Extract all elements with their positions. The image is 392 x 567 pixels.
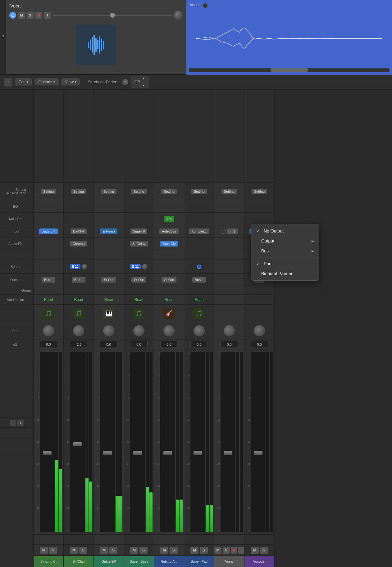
ch6-input[interactable]: Komplet... (189, 228, 209, 234)
ch3-pan[interactable] (103, 325, 114, 336)
ch3-db[interactable] (100, 341, 117, 348)
edit-menu[interactable]: Edit ▾ (15, 78, 32, 85)
ch6-fader-track[interactable] (190, 352, 205, 532)
ch8-solo[interactable]: S (260, 547, 268, 554)
sends-power-button[interactable]: ⏻ (122, 79, 128, 85)
ch7-db[interactable] (221, 341, 238, 348)
menu-no-output[interactable]: No Output (251, 226, 319, 236)
ch2-send-btn[interactable]: B 10 (70, 264, 80, 269)
view-menu[interactable]: View ▾ (61, 78, 80, 85)
sends-value[interactable]: Off ⌃⌄ (131, 76, 149, 88)
ch4-output[interactable]: St Out (131, 277, 146, 283)
ch5-output[interactable]: St Out (162, 277, 176, 283)
ch2-solo[interactable]: S (79, 547, 87, 554)
ch8-fader-track[interactable] (251, 352, 266, 532)
menu-output[interactable]: Output (251, 236, 319, 246)
ch1-solo[interactable]: S (49, 547, 57, 554)
ch4-icon[interactable]: 🎵 (133, 308, 144, 319)
plugin-display[interactable] (76, 25, 116, 65)
ch1-pan[interactable] (43, 325, 54, 336)
ch3-solo[interactable]: S (109, 547, 117, 554)
ch4-input[interactable]: Super 8 (130, 228, 148, 234)
ch1-icon[interactable]: 🎵 (43, 308, 54, 319)
ch2-input[interactable]: Batt3-4 (71, 228, 86, 234)
ch5-pan[interactable] (163, 325, 175, 336)
ch5-input[interactable]: RetroSyn (159, 228, 179, 234)
ch5-mute[interactable]: M (160, 547, 168, 554)
menu-binaural-panner[interactable]: Binaural Panner (251, 269, 319, 279)
ch6-pan[interactable] (194, 325, 205, 336)
ch4-mute[interactable]: M (130, 547, 138, 554)
ch4-send-knob[interactable] (142, 264, 148, 270)
fader-minus[interactable]: − (10, 420, 16, 426)
ch2-pan[interactable] (73, 325, 84, 336)
ch2-db[interactable] (70, 341, 87, 348)
ch5-setting[interactable]: Setting (161, 189, 177, 194)
ch2-automation[interactable]: Read (74, 297, 83, 302)
ch6-solo[interactable]: S (200, 547, 208, 554)
ch4-audiofx[interactable]: St-Delay (130, 241, 148, 247)
ch1-input[interactable]: Battery 4 (39, 228, 58, 234)
ch3-mute[interactable]: M (100, 547, 108, 554)
ch5-midifx[interactable]: Arp (164, 216, 174, 222)
volume-fader[interactable] (53, 15, 172, 16)
fader-plus[interactable]: + (17, 420, 24, 426)
ch6-mute[interactable]: M (190, 547, 198, 554)
ch4-fader-track[interactable] (130, 352, 145, 532)
mute-button[interactable]: M (18, 12, 25, 19)
ch6-db[interactable] (190, 341, 208, 348)
ch4-send-btn[interactable]: B 11 (130, 264, 140, 269)
menu-bus[interactable]: Bus (251, 246, 319, 256)
ch5-fader-track[interactable] (160, 352, 175, 532)
ch6-output[interactable]: Bus 2 (192, 277, 206, 283)
ch4-db[interactable] (130, 341, 148, 348)
input-monitor-button[interactable]: I (44, 12, 51, 19)
pan-knob-top[interactable] (174, 11, 183, 20)
ch7-fader-track[interactable] (221, 352, 235, 532)
ch3-setting[interactable]: Setting (101, 189, 116, 194)
ch3-icon[interactable]: 🎹 (103, 308, 114, 319)
ch1-automation[interactable]: Read (44, 297, 53, 302)
ch1-fader-track[interactable] (40, 352, 55, 532)
ch4-solo[interactable]: S (139, 547, 148, 554)
ch5-db[interactable] (160, 341, 178, 348)
ch1-db[interactable] (40, 341, 57, 348)
ch7-setting[interactable]: Setting (221, 189, 237, 194)
power-button[interactable]: ⏻ (9, 12, 16, 19)
ch7-mute[interactable]: M (214, 547, 221, 554)
ch6-send-dot[interactable] (197, 265, 201, 269)
ch8-mute[interactable]: M (251, 547, 259, 554)
ch5-icon[interactable]: 🎸 (163, 308, 175, 319)
ch4-pan[interactable] (133, 325, 144, 336)
ch1-output[interactable]: Bus 1 (42, 277, 55, 283)
ch7-record[interactable]: R (231, 547, 237, 554)
ch4-automation[interactable]: Read (134, 297, 144, 302)
menu-pan[interactable]: Pan (251, 259, 319, 269)
ch2-send-knob[interactable] (82, 264, 87, 270)
ch5-audiofx[interactable]: Tape Dly (160, 241, 178, 247)
ch2-output[interactable]: Bus 1 (72, 277, 85, 283)
options-menu[interactable]: Options ▾ (34, 78, 59, 85)
ch2-audiofx[interactable]: Chroma (70, 241, 87, 247)
ch2-mute[interactable]: M (70, 547, 78, 554)
back-button[interactable]: ↑ (4, 78, 12, 86)
waveform-scrollbar[interactable] (189, 68, 390, 72)
ch3-automation[interactable]: Read (104, 297, 113, 302)
ch6-icon[interactable]: 🎵 (194, 308, 205, 319)
ch7-input[interactable]: In 1 (227, 228, 238, 234)
ch4-setting[interactable]: Setting (131, 189, 147, 194)
ch3-input[interactable]: E-Piano (100, 228, 117, 234)
ch3-fader-track[interactable] (100, 352, 115, 532)
ch7-solo[interactable]: S (223, 547, 230, 554)
ch1-setting[interactable]: Setting (41, 189, 56, 194)
ch5-solo[interactable]: S (170, 547, 178, 554)
ch6-setting[interactable]: Setting (191, 189, 207, 194)
solo-button[interactable]: S (27, 12, 34, 19)
ch7-input-mon[interactable]: I (238, 547, 244, 554)
ch8-setting[interactable]: Setting (252, 189, 267, 194)
ch8-db[interactable] (251, 341, 268, 348)
ch2-setting[interactable]: Setting (71, 189, 86, 194)
ch2-icon[interactable]: 🎵 (73, 308, 84, 319)
record-button[interactable]: R (35, 12, 42, 19)
ch6-automation[interactable]: Read (195, 297, 204, 302)
